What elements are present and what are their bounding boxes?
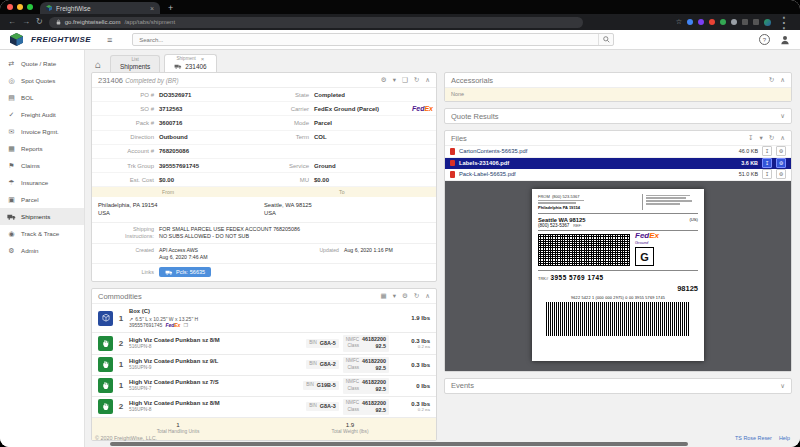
url-bar[interactable]: go.freightwisellc.com/app/tabs/shipment bbox=[49, 17, 583, 28]
file-actions-button[interactable]: ⚙ bbox=[776, 158, 786, 168]
sidebar-item-insurance[interactable]: ☂Insurance bbox=[0, 174, 84, 191]
dropdown-caret-icon[interactable]: ▾ bbox=[393, 76, 396, 84]
profile-avatar[interactable] bbox=[764, 19, 771, 26]
sidebar-item-reports[interactable]: ▦Reports bbox=[0, 140, 84, 157]
file-row[interactable]: CartonContents-56635.pdf 46.0 KB ↧ ⚙ bbox=[445, 146, 791, 158]
file-actions-button[interactable]: ⚙ bbox=[776, 169, 786, 179]
settings-icon[interactable]: ⚙ bbox=[381, 76, 387, 84]
file-download-button[interactable]: ↧ bbox=[762, 158, 772, 168]
label-dest-phone: (800) 523-5367 bbox=[538, 223, 569, 228]
search-icon[interactable] bbox=[598, 34, 613, 45]
new-tab-button[interactable]: + bbox=[168, 3, 173, 13]
brand-name: FREIGHTWISE bbox=[31, 35, 91, 44]
close-window-button[interactable] bbox=[7, 4, 13, 10]
horizontal-scrollbar[interactable] bbox=[110, 442, 688, 446]
nmfc-value: 46182200 bbox=[362, 400, 386, 407]
grid-icon[interactable]: ▦ bbox=[381, 292, 387, 300]
commodity-item-row[interactable]: 1 High Viz Coated Punkban sz 7/S516UPN-7… bbox=[92, 376, 436, 397]
tab-shipments-list[interactable]: List Shipments bbox=[110, 55, 160, 72]
refresh-icon[interactable]: ↻ bbox=[414, 292, 419, 300]
sidebar-item-label: Freight Audit bbox=[21, 111, 56, 118]
field-label: State bbox=[267, 92, 314, 98]
extension-icon[interactable] bbox=[742, 19, 748, 25]
sidebar-item-shipments[interactable]: Shipments bbox=[0, 208, 84, 225]
tracking-number[interactable]: 395557691745 bbox=[129, 322, 162, 329]
extension-icon[interactable] bbox=[709, 19, 715, 25]
sidebar-item-invoice-rgmt[interactable]: ✉Invoice Rgmt. bbox=[0, 123, 84, 140]
sidebar-item-freight-audit[interactable]: ✓Freight Audit bbox=[0, 106, 84, 123]
sidebar-item-bol[interactable]: ▤BOL bbox=[0, 89, 84, 106]
tab-shipment-231406[interactable]: Shipment× 231406 bbox=[164, 54, 216, 72]
forward-icon[interactable]: → bbox=[22, 18, 30, 26]
download-icon[interactable]: ↧ bbox=[748, 134, 753, 142]
collapse-icon[interactable]: ∧ bbox=[780, 76, 785, 84]
field-value: COL bbox=[314, 134, 436, 140]
file-name: CartonContents-56635.pdf bbox=[459, 148, 735, 154]
expand-icon[interactable]: ∨ bbox=[780, 382, 785, 390]
copyright: © 2020 FreightWise, LLC. bbox=[95, 435, 157, 441]
commodity-box-row[interactable]: 1 Box (C) ↗6.5" L x 10.25" W x 13.25" H … bbox=[92, 304, 436, 333]
menu-hamburger-icon[interactable]: ≡ bbox=[107, 35, 112, 45]
user-footer-link[interactable]: TS Rose Reser bbox=[735, 435, 772, 441]
sidebar-item-admin[interactable]: ⚙Admin bbox=[0, 242, 84, 259]
help-icon[interactable]: ? bbox=[759, 34, 770, 45]
sidebar-item-track-trace[interactable]: ◉Track & Trace bbox=[0, 225, 84, 242]
commodity-item-row[interactable]: 1 High Viz Coated Punkban sz 9/L516UPN-9… bbox=[92, 355, 436, 376]
collapse-icon[interactable]: ∧ bbox=[425, 292, 430, 300]
parcels-link-button[interactable]: Pcls: 56635 bbox=[159, 267, 211, 277]
nmfc-value: 46182200 bbox=[362, 379, 386, 386]
home-icon[interactable]: ⌂ bbox=[95, 59, 101, 70]
freight-audit-icon: ✓ bbox=[7, 111, 16, 119]
refresh-icon[interactable]: ↻ bbox=[769, 134, 774, 142]
field-row: DirectionOutboundTermCOL bbox=[92, 131, 436, 145]
sidebar-item-quote-rate[interactable]: ⇄Quote / Rate bbox=[0, 55, 84, 72]
extension-icon[interactable] bbox=[731, 19, 737, 25]
field-value: 3712563 bbox=[159, 106, 267, 112]
sidebar-item-claims[interactable]: ⚑Claims bbox=[0, 157, 84, 174]
dropdown-caret-icon[interactable]: ▾ bbox=[760, 134, 763, 142]
tab-close-icon[interactable]: × bbox=[150, 5, 154, 12]
browser-menu-icon[interactable]: ⋮ bbox=[776, 13, 792, 32]
field-value: DO3526971 bbox=[159, 92, 267, 98]
commodity-item-row[interactable]: 2 High Viz Coated Punkban sz 8/M516UPN-8… bbox=[92, 333, 436, 354]
collapse-icon[interactable]: ∧ bbox=[780, 134, 785, 142]
search-input[interactable] bbox=[133, 37, 598, 43]
browser-tab[interactable]: FreightWise × bbox=[40, 2, 160, 14]
claims-flag-icon: ⚑ bbox=[7, 162, 16, 170]
collapse-icon[interactable]: ∧ bbox=[425, 76, 430, 84]
sidebar-item-parcel[interactable]: ▣Parcel bbox=[0, 191, 84, 208]
file-row-selected[interactable]: Labels-231406.pdf 3.6 KB ↧ ⚙ bbox=[445, 158, 791, 170]
refresh-icon[interactable]: ↻ bbox=[769, 76, 774, 84]
extension-icon[interactable] bbox=[753, 19, 759, 25]
bin-chip: BING8A-5 bbox=[306, 339, 339, 348]
user-icon[interactable] bbox=[780, 35, 790, 45]
bookmark-star-icon[interactable]: ☆ bbox=[676, 18, 682, 26]
back-icon[interactable]: ← bbox=[8, 18, 16, 26]
dropdown-caret-icon[interactable]: ▾ bbox=[393, 292, 396, 300]
extension-icon[interactable] bbox=[720, 19, 726, 25]
zoom-window-button[interactable] bbox=[27, 4, 33, 10]
nmfc-value: 46182200 bbox=[362, 358, 386, 365]
reload-icon[interactable]: ↻ bbox=[36, 18, 43, 26]
sidebar-item-spot-quotes[interactable]: ◎Spot Quotes bbox=[0, 72, 84, 89]
print-icon[interactable]: ❑ bbox=[402, 76, 408, 84]
browser-window: FreightWise × + ← → ↻ go.freightwisellc.… bbox=[0, 0, 800, 447]
extension-icon[interactable] bbox=[698, 19, 704, 25]
file-download-button[interactable]: ↧ bbox=[762, 169, 772, 179]
extension-icon[interactable] bbox=[687, 19, 693, 25]
file-actions-button[interactable]: ⚙ bbox=[776, 146, 786, 156]
file-row[interactable]: Pack-Label-56635.pdf 51.0 KB ↧ ⚙ bbox=[445, 169, 791, 181]
commodity-item-row[interactable]: 2 High Viz Coated Punkban sz 8/M516UPN-8… bbox=[92, 397, 436, 418]
help-link[interactable]: Help bbox=[779, 435, 790, 441]
refresh-icon[interactable]: ↻ bbox=[414, 76, 419, 84]
class-value: 92.5 bbox=[362, 365, 386, 372]
copy-icon[interactable]: ❐ bbox=[183, 322, 187, 329]
expand-icon[interactable]: ∨ bbox=[780, 112, 785, 120]
minimize-window-button[interactable] bbox=[17, 4, 23, 10]
commodity-name: Box (C) bbox=[129, 308, 389, 316]
tab-close-icon[interactable]: × bbox=[201, 56, 205, 63]
settings-icon[interactable]: ⚙ bbox=[402, 292, 408, 300]
field-label: MU bbox=[267, 177, 314, 183]
file-download-button[interactable]: ↧ bbox=[762, 146, 772, 156]
pdf-preview-pane[interactable]: FROM (800) 523-5367 Philadelphia PA 1915… bbox=[445, 181, 791, 371]
